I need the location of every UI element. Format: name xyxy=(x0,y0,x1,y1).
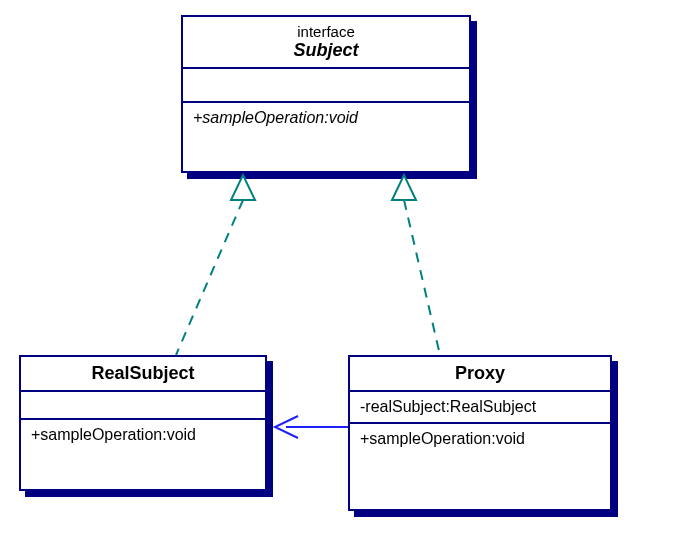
connectors-svg xyxy=(0,0,681,541)
realization-arrow-realsubject xyxy=(176,175,255,355)
association-arrow-proxy-to-realsubject xyxy=(275,416,348,438)
svg-marker-0 xyxy=(231,175,255,200)
svg-line-1 xyxy=(176,200,243,355)
realization-arrow-proxy xyxy=(392,175,440,355)
svg-line-3 xyxy=(404,200,440,355)
svg-marker-2 xyxy=(392,175,416,200)
